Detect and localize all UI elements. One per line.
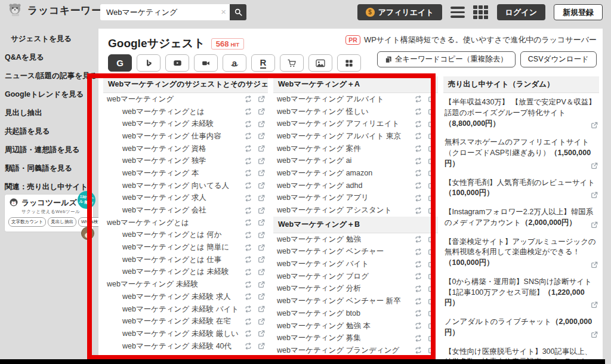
sidebar-item[interactable]: 類語・同義語を見る (0, 159, 98, 178)
login-button[interactable]: ログイン (497, 4, 545, 20)
external-link-icon[interactable] (428, 248, 435, 255)
external-link-icon[interactable] (428, 182, 435, 189)
tab-apps-grid[interactable] (337, 54, 361, 72)
external-link-icon[interactable] (258, 343, 265, 350)
re-search-icon[interactable] (414, 248, 422, 255)
external-link-icon[interactable] (258, 169, 265, 177)
external-link-icon[interactable] (428, 310, 435, 317)
external-link-icon[interactable] (258, 232, 265, 239)
re-search-icon[interactable] (244, 269, 252, 276)
re-search-icon[interactable] (414, 195, 422, 202)
csv-download-button[interactable]: CSVダウンロード (520, 51, 597, 67)
rakko-tools-banner[interactable]: 130ツール 無料! ラッコツールズ サクッと使えるWebツール 文字数カウント… (4, 194, 94, 232)
re-search-icon[interactable] (414, 108, 422, 115)
marketplace-listing[interactable]: 無料スマホゲームのアフィリエイトサイト（クローズドASP引継ぎあり）（1,500… (443, 133, 599, 173)
re-search-icon[interactable] (244, 244, 252, 251)
external-link-icon[interactable] (591, 261, 598, 269)
external-link-icon[interactable] (428, 322, 435, 329)
re-search-icon[interactable] (244, 256, 252, 263)
external-link-icon[interactable] (258, 145, 265, 152)
re-search-icon[interactable] (414, 322, 422, 329)
marketplace-listing[interactable]: 【半年収益430万】 【放置で安定PV＆収益】話題のボーイズグループ特化サイト（… (443, 93, 599, 133)
re-search-icon[interactable] (414, 121, 422, 128)
sidebar-item[interactable]: ニュース/話題の記事を見る (0, 67, 98, 85)
external-link-icon[interactable] (258, 318, 265, 325)
re-search-icon[interactable] (414, 285, 422, 292)
external-link-icon[interactable] (591, 192, 598, 199)
external-link-icon[interactable] (258, 219, 265, 226)
marketplace-listing[interactable]: ノンアダルトのライブチャット（2,000,000円） (443, 313, 599, 343)
external-link-icon[interactable] (591, 122, 598, 129)
tab-amazon[interactable]: a (223, 54, 246, 72)
external-link-icon[interactable] (258, 195, 265, 202)
re-search-icon[interactable] (414, 236, 422, 243)
tab-shopping-cart[interactable] (280, 54, 304, 72)
re-search-icon[interactable] (414, 207, 422, 214)
re-search-icon[interactable] (244, 306, 252, 313)
re-search-icon[interactable] (244, 95, 252, 103)
sidebar-item[interactable]: Q&Aを見る (0, 48, 98, 67)
external-link-icon[interactable] (591, 162, 598, 169)
banner-tool-button[interactable]: 見出し抽出 (48, 217, 76, 227)
tab-bing[interactable] (137, 54, 161, 72)
re-search-icon[interactable] (244, 293, 252, 300)
external-link-icon[interactable] (428, 121, 435, 128)
external-link-icon[interactable] (258, 269, 265, 276)
re-search-icon[interactable] (244, 158, 252, 165)
re-search-icon[interactable] (244, 132, 252, 140)
external-link-icon[interactable] (428, 285, 435, 292)
external-link-icon[interactable] (428, 236, 435, 243)
external-link-icon[interactable] (428, 261, 435, 268)
external-link-icon[interactable] (428, 108, 435, 115)
banner-tool-button[interactable]: 文字数カウント (8, 217, 46, 227)
marketplace-listing[interactable]: 【0から構築・運用前】SNS向け診断サイト【1記事100万アクセス可能】（1,2… (443, 273, 599, 313)
marketplace-listing[interactable]: 【Instagramフォロワー2.2万人以上】韓国系のメディアアカウント（2,0… (443, 203, 599, 233)
external-link-icon[interactable] (428, 132, 435, 140)
clear-search-icon[interactable]: × (221, 7, 226, 17)
re-search-icon[interactable] (244, 207, 252, 214)
affiliate-button[interactable]: $ アフィリエイト (357, 4, 442, 20)
external-link-icon[interactable] (258, 207, 265, 214)
sidebar-item[interactable]: 周辺語・連想語を見る (0, 141, 98, 159)
re-search-icon[interactable] (414, 158, 422, 165)
tab-google[interactable]: G (108, 54, 132, 72)
external-link-icon[interactable] (591, 331, 598, 338)
re-search-icon[interactable] (414, 273, 422, 280)
apps-grid-icon[interactable] (473, 5, 489, 20)
re-search-icon[interactable] (244, 108, 252, 115)
tab-video-camera[interactable] (194, 54, 218, 72)
external-link-icon[interactable] (258, 132, 265, 140)
external-link-icon[interactable] (428, 335, 435, 342)
hamburger-menu-icon[interactable] (450, 7, 465, 18)
re-search-icon[interactable] (244, 281, 252, 288)
external-link-icon[interactable] (428, 95, 435, 103)
external-link-icon[interactable] (258, 121, 265, 128)
search-input[interactable] (100, 4, 230, 20)
marketplace-listing[interactable]: 【音楽検定サイト】アップルミュージックの無料視聴を利用して楽曲検定ができる！（1… (443, 233, 599, 273)
external-link-icon[interactable] (258, 281, 265, 288)
re-search-icon[interactable] (244, 121, 252, 128)
sidebar-item[interactable]: 見出し抽出 (0, 104, 98, 122)
external-link-icon[interactable] (258, 108, 265, 115)
external-link-icon[interactable] (591, 221, 598, 229)
pr-banner[interactable]: PR WPサイト構築時短できる。使いやすさで進化中のラッコサーバー (345, 35, 597, 45)
re-search-icon[interactable] (414, 298, 422, 305)
external-link-icon[interactable] (258, 244, 265, 251)
copy-all-keywords-button[interactable]: 全キーワードコピー（重複除去） (377, 51, 516, 67)
external-link-icon[interactable] (258, 158, 265, 165)
external-link-icon[interactable] (428, 195, 435, 202)
external-link-icon[interactable] (258, 330, 265, 337)
re-search-icon[interactable] (414, 169, 422, 177)
external-link-icon[interactable] (428, 207, 435, 214)
external-link-icon[interactable] (591, 301, 598, 309)
external-link-icon[interactable] (428, 273, 435, 280)
re-search-icon[interactable] (244, 318, 252, 325)
tab-rakuten[interactable]: R (251, 54, 275, 72)
re-search-icon[interactable] (414, 95, 422, 103)
re-search-icon[interactable] (244, 232, 252, 239)
re-search-icon[interactable] (414, 145, 422, 152)
re-search-icon[interactable] (244, 219, 252, 226)
sidebar-item[interactable]: Googleトレンドを見る (0, 85, 98, 104)
search-button[interactable] (230, 4, 246, 20)
re-search-icon[interactable] (414, 310, 422, 317)
